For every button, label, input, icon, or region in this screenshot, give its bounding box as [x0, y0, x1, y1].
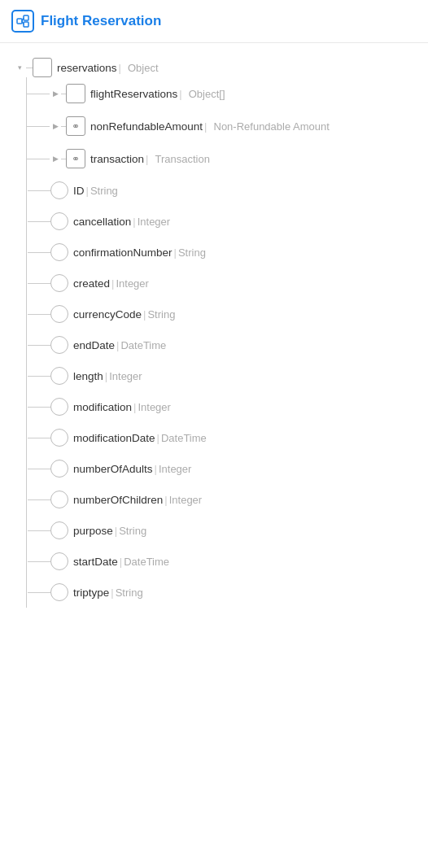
flight-reservations-label: flightReservations	[90, 88, 177, 100]
leaf-label: numberOfChildren	[73, 494, 163, 506]
leaf-type: String	[90, 185, 118, 197]
leaf-circle-icon	[50, 336, 68, 354]
leaf-circle-icon	[50, 491, 68, 508]
list-item: purpose | String	[28, 515, 428, 546]
leaf-type: String	[178, 246, 206, 259]
transaction-icon: ⚭	[66, 149, 85, 168]
list-item: cancellation | Integer	[28, 206, 428, 237]
root-icon	[33, 58, 52, 77]
leaf-type: Integer	[138, 216, 170, 228]
leaf-type: String	[116, 587, 143, 599]
leaf-label: purpose	[73, 525, 113, 537]
flight-reservations-chevron[interactable]: ▶	[50, 89, 61, 98]
transaction-chevron[interactable]: ▶	[50, 155, 61, 163]
header: Flight Reservation	[0, 0, 428, 43]
leaf-circle-icon	[50, 212, 68, 230]
root-children: ▶ flightReservations | Object[] ▶ ⚭ nonR…	[8, 77, 428, 608]
leaf-label: startDate	[73, 556, 118, 568]
leaf-circle-icon	[50, 521, 68, 539]
list-item: ID | String	[28, 175, 428, 206]
transaction-label: transaction	[90, 153, 144, 165]
leaf-circle-icon	[50, 305, 68, 323]
root-chevron[interactable]: ▾	[13, 63, 26, 72]
leaf-circle-icon	[50, 398, 68, 416]
leaf-label: currencyCode	[73, 308, 142, 321]
leaf-circle-icon	[50, 583, 68, 601]
leaf-section: ID | String cancellation | Integer confi…	[27, 175, 428, 608]
schema-icon	[11, 10, 34, 33]
list-item: length | Integer	[28, 360, 428, 391]
root-label: reservations	[57, 62, 117, 74]
non-refundable-type: Non-Refundable Amount	[214, 120, 330, 133]
flight-reservations-icon	[66, 84, 85, 103]
leaf-type: String	[147, 308, 175, 321]
non-refundable-chevron[interactable]: ▶	[50, 122, 61, 130]
list-item: endDate | DateTime	[28, 329, 428, 360]
leaf-type: Integer	[159, 463, 191, 475]
leaf-label: length	[73, 370, 103, 382]
leaf-circle-icon	[50, 181, 68, 199]
root-row: ▾ reservations | Object	[8, 51, 428, 77]
app-container: Flight Reservation ▾ reservations | Obje…	[0, 0, 428, 616]
flight-reservations-type: Object[]	[189, 88, 225, 100]
leaf-circle-icon	[50, 243, 68, 261]
leaf-type: Integer	[109, 370, 142, 382]
leaf-circle-icon	[50, 274, 68, 292]
svg-line-4	[22, 21, 24, 24]
leaf-label: ID	[73, 185, 85, 197]
leaf-circle-icon	[50, 429, 68, 447]
leaf-label: cancellation	[73, 216, 131, 228]
leaf-items: ID | String cancellation | Integer confi…	[28, 175, 428, 608]
list-item: ▶ flightReservations | Object[]	[27, 77, 428, 110]
list-item: confirmationNumber | String	[28, 237, 428, 268]
leaf-label: modification	[73, 401, 132, 413]
non-refundable-icon: ⚭	[66, 116, 85, 136]
leaf-type: Integer	[116, 277, 148, 290]
svg-rect-0	[17, 19, 22, 24]
list-item: startDate | DateTime	[28, 546, 428, 577]
leaf-label: endDate	[73, 339, 115, 351]
leaf-label: triptype	[73, 587, 109, 599]
transaction-type: Transaction	[155, 153, 209, 165]
leaf-type: DateTime	[161, 432, 207, 444]
svg-line-3	[22, 18, 24, 21]
list-item: ▶ ⚭ nonRefundableAmount | Non-Refundable…	[27, 110, 428, 142]
leaf-label: numberOfAdults	[73, 463, 153, 475]
root-type: Object	[128, 62, 159, 74]
leaf-type: Integer	[169, 494, 202, 506]
root-subtree: ▶ flightReservations | Object[] ▶ ⚭ nonR…	[27, 77, 428, 608]
list-item: currencyCode | String	[28, 299, 428, 329]
leaf-label: modificationDate	[73, 432, 155, 444]
leaf-circle-icon	[50, 552, 68, 570]
leaf-type: DateTime	[124, 556, 169, 568]
root-h-connector	[26, 68, 33, 68]
leaf-circle-icon	[50, 367, 68, 385]
leaf-type: DateTime	[120, 339, 166, 351]
list-item: triptype | String	[28, 577, 428, 608]
page-title: Flight Reservation	[41, 13, 161, 29]
leaf-type: Integer	[138, 401, 170, 413]
non-refundable-label: nonRefundableAmount	[90, 120, 203, 133]
svg-rect-2	[24, 22, 28, 27]
leaf-label: created	[73, 277, 110, 290]
tree-view: ▾ reservations | Object ▶ flightReservat…	[0, 43, 428, 616]
list-item: modificationDate | DateTime	[28, 422, 428, 453]
list-item: modification | Integer	[28, 391, 428, 422]
list-item: numberOfChildren | Integer	[28, 484, 428, 515]
svg-rect-1	[24, 15, 28, 20]
list-item: ▶ ⚭ transaction | Transaction	[27, 142, 428, 175]
leaf-circle-icon	[50, 460, 68, 478]
root-vline	[26, 77, 27, 608]
list-item: created | Integer	[28, 268, 428, 299]
leaf-type: String	[119, 525, 146, 537]
leaf-label: confirmationNumber	[73, 246, 173, 259]
list-item: numberOfAdults | Integer	[28, 453, 428, 484]
